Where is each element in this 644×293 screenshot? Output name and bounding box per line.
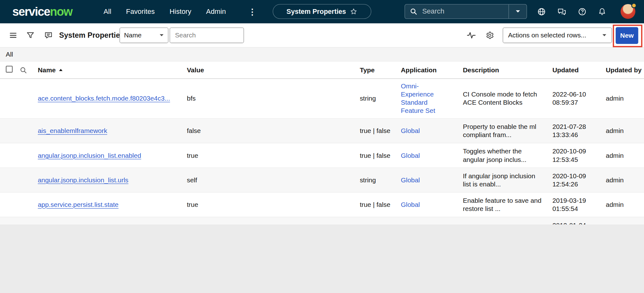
context-pill-label: System Properties [286,8,346,15]
search-field-select[interactable]: Name [119,28,168,43]
application-link[interactable]: Omni-Experience Standard Feature Set [401,83,435,114]
column-header-type[interactable]: Type [360,66,401,74]
property-type: string [360,176,392,184]
sort-ascending-icon [58,69,63,71]
property-value: self [187,176,360,184]
filter-icon[interactable] [26,31,35,39]
chevron-down-icon [602,34,607,37]
servicenow-app: servicenow All Favorites History Admin ⋮… [0,0,644,224]
updated-timestamp: 2020-10-09 12:53:45 [552,147,606,163]
updated-by: admin [606,151,644,159]
list-search-input[interactable] [169,28,244,43]
search-field-value: Name [124,32,142,39]
updated-by: admin [606,94,644,102]
more-options-icon[interactable]: ⋮ [248,7,256,17]
updated-by: admin [606,127,644,135]
favorite-star-icon[interactable] [350,8,358,15]
property-name-link[interactable]: angular.jsonp.inclusion_list.enabled [38,152,141,159]
new-button[interactable]: New [616,27,638,44]
search-icon [410,8,418,15]
column-search-icon[interactable] [20,66,27,74]
updated-timestamp: 2021-07-28 13:33:46 [552,123,606,139]
updated-timestamp: 2012-01-24 13:04:12 [552,221,606,224]
application-link[interactable]: Global [401,152,420,159]
property-description: Toggles whether the angular jsonp inclus… [463,147,552,163]
nav-admin[interactable]: Admin [206,8,226,16]
primary-nav: All Favorites History Admin [103,0,226,23]
column-header-application[interactable]: Application [401,66,463,74]
property-description: If angular jsonp inclusion list is enabl… [463,172,552,188]
breadcrumb-bar: All [0,48,644,62]
settings-gear-icon[interactable] [486,31,494,40]
select-all-checkbox[interactable] [6,66,13,73]
table-row: angular.jsonp.inclusion_list.urls self s… [0,168,644,192]
nav-favorites[interactable]: Favorites [126,8,155,16]
header-icon-group [537,0,606,23]
logo-text-now: now [50,5,72,18]
updated-by: admin [606,176,644,184]
table-row: angular.jsonp.inclusion_list.enabled tru… [0,143,644,168]
nav-history[interactable]: History [169,8,191,16]
nav-all[interactable]: All [103,8,111,16]
table-body: ace.content_blocks.fetch.mode.f80203e4c3… [0,79,644,224]
global-search [405,4,527,19]
servicenow-logo[interactable]: servicenow [12,5,72,19]
property-description: CI Console mode to fetch ACE Content Blo… [463,90,552,107]
search-scope-dropdown[interactable] [508,4,526,18]
updated-timestamp: 2019-03-19 01:55:54 [552,196,606,213]
property-type: true | false [360,151,392,159]
logo-text-service: service [12,5,50,18]
properties-table: Name Value Type Application Description … [0,62,644,224]
table-header-row: Name Value Type Application Description … [0,62,644,79]
list-menu-icon[interactable] [9,31,17,39]
global-search-input[interactable] [421,7,508,16]
property-name-link[interactable]: ais_enablemlframework [38,127,107,134]
property-value: bfs [187,94,360,102]
context-pill[interactable]: System Properties [273,4,371,19]
avatar-status-badge [631,3,637,8]
globe-icon[interactable] [537,8,546,16]
notifications-bell-icon[interactable] [598,8,606,16]
application-link[interactable]: Global [401,201,420,208]
property-name-link[interactable]: angular.jsonp.inclusion_list.urls [38,176,128,183]
select-all-cell [0,66,16,74]
list-toolbar: System Properties Name Actions on select… [0,23,644,47]
column-header-name-label: Name [38,66,56,74]
property-name-link[interactable]: ace.content_blocks.fetch.mode.f80203e4c3… [38,95,170,102]
updated-by: admin [606,201,644,209]
table-row: ace.content_blocks.fetch.mode.f80203e4c3… [0,79,644,119]
property-description: Enable feature to save and restore list … [463,196,552,213]
help-icon[interactable] [578,8,586,16]
updated-timestamp: 2022-06-10 08:59:37 [552,90,606,107]
property-type: true | false [360,201,392,209]
updated-timestamp: 2020-10-09 12:54:26 [552,172,606,188]
property-type: string [360,94,392,102]
property-name-link[interactable]: app.service.persist.list.state [38,201,119,208]
chat-icon[interactable] [557,8,566,16]
application-link[interactable]: Global [401,127,420,134]
table-row: ais_enablemlframework false true | false… [0,119,644,143]
property-description: Property to enable the ml compliant fram… [463,123,552,139]
activity-icon[interactable] [467,31,475,39]
global-header: servicenow All Favorites History Admin ⋮… [0,0,644,23]
property-type: true | false [360,127,392,135]
table-row: auxdb.db.name auxdb string Global Auxili… [0,217,644,224]
property-value: true [187,201,360,209]
column-header-updated[interactable]: Updated [552,66,606,74]
property-value: true [187,151,360,159]
column-header-updated-by[interactable]: Updated by [606,66,644,74]
actions-dropdown[interactable]: Actions on selected rows... [503,28,612,43]
list-title: System Properties [59,31,124,40]
list-comments-icon[interactable] [44,31,53,39]
user-avatar[interactable] [621,4,636,19]
breadcrumb-all[interactable]: All [6,51,13,58]
column-header-name[interactable]: Name [38,66,187,74]
chevron-down-icon [159,34,164,37]
column-header-value[interactable]: Value [187,66,360,74]
application-link[interactable]: Global [401,176,420,183]
actions-dropdown-value: Actions on selected rows... [508,32,586,39]
property-value: false [187,127,360,135]
column-header-description[interactable]: Description [463,66,552,74]
column-search-cell [16,66,38,74]
table-row: app.service.persist.list.state true true… [0,193,644,217]
